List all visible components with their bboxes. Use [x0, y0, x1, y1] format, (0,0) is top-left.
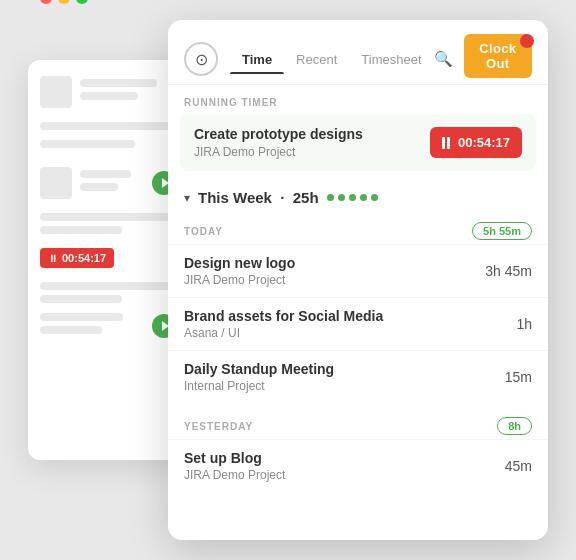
bg-row-4	[40, 213, 176, 234]
bg-line	[80, 170, 131, 178]
bg-placeholder-2	[40, 167, 72, 199]
app-logo: ⊙	[184, 42, 218, 76]
entry-project-1: JIRA Demo Project	[184, 273, 295, 287]
bg-row-1	[40, 76, 176, 108]
entry-duration-1: 3h 45m	[485, 263, 532, 279]
bg-timer-badge: 00:54:17	[40, 248, 114, 268]
tab-recent[interactable]: Recent	[284, 46, 349, 73]
entry-duration-3: 15m	[505, 369, 532, 385]
yesterday-header: YESTERDAY 8h	[168, 409, 548, 439]
week-dot-3	[349, 194, 356, 201]
yesterday-total-badge: 8h	[497, 417, 532, 435]
bg-lines-2	[80, 170, 144, 196]
entry-info-2: Brand assets for Social Media Asana / UI	[184, 308, 383, 340]
bg-line	[80, 79, 157, 87]
chevron-down-icon[interactable]: ▾	[184, 191, 190, 205]
time-entry-3: Daily Standup Meeting Internal Project 1…	[168, 350, 548, 403]
entry-duration-4: 45m	[505, 458, 532, 474]
week-dots	[327, 194, 378, 201]
bg-line	[80, 183, 118, 191]
chrome-close[interactable]	[40, 0, 52, 4]
entry-duration-2: 1h	[516, 316, 532, 332]
entry-name-2: Brand assets for Social Media	[184, 308, 383, 324]
running-timer-card: Create prototype designs JIRA Demo Proje…	[180, 114, 536, 171]
entry-project-4: JIRA Demo Project	[184, 468, 285, 482]
entry-info-4: Set up Blog JIRA Demo Project	[184, 450, 285, 482]
nav-bar: ⊙ Time Recent Timesheet 🔍 Clock Out	[168, 20, 548, 85]
entry-project-3: Internal Project	[184, 379, 334, 393]
bg-line	[40, 226, 122, 234]
today-header: TODAY 5h 55m	[168, 214, 548, 244]
bg-line	[40, 313, 123, 321]
running-timer-info: Create prototype designs JIRA Demo Proje…	[194, 126, 363, 159]
bg-line	[40, 140, 135, 148]
recording-indicator	[520, 34, 534, 48]
week-title: This Week · 25h	[198, 189, 319, 206]
chrome-maximize[interactable]	[76, 0, 88, 4]
main-content: RUNNING TIMER Create prototype designs J…	[168, 85, 548, 540]
main-panel: ⊙ Time Recent Timesheet 🔍 Clock Out RUNN…	[168, 20, 548, 540]
entry-name-4: Set up Blog	[184, 450, 285, 466]
week-dot-2	[338, 194, 345, 201]
bg-line	[80, 92, 138, 100]
entry-name-3: Daily Standup Meeting	[184, 361, 334, 377]
tab-timesheet[interactable]: Timesheet	[349, 46, 433, 73]
bg-timer-row: 00:54:17	[40, 248, 176, 268]
background-panel: 00:54:17	[28, 60, 188, 460]
bg-line	[40, 122, 176, 130]
nav-tabs: Time Recent Timesheet	[230, 46, 434, 73]
today-label: TODAY	[184, 226, 223, 237]
bg-row-2	[40, 122, 176, 153]
pause-bar-1	[442, 137, 445, 149]
entry-project-2: Asana / UI	[184, 326, 383, 340]
tab-time[interactable]: Time	[230, 46, 284, 73]
timer-badge[interactable]: 00:54:17	[430, 127, 522, 158]
bg-row-3	[40, 167, 176, 199]
time-entry-1: Design new logo JIRA Demo Project 3h 45m	[168, 244, 548, 297]
bg-line	[40, 282, 176, 290]
pause-icon	[442, 137, 452, 149]
yesterday-label: YESTERDAY	[184, 421, 253, 432]
tab-recent-label: Recent	[296, 52, 337, 67]
week-header: ▾ This Week · 25h	[168, 181, 548, 214]
bg-lines-3	[40, 313, 144, 339]
pause-bar-2	[447, 137, 450, 149]
week-dot-5	[371, 194, 378, 201]
bg-lines-1	[80, 79, 176, 105]
time-entry-4: Set up Blog JIRA Demo Project 45m	[168, 439, 548, 492]
bg-row-5	[40, 282, 176, 303]
window-title-bar	[28, 0, 100, 4]
timer-display: 00:54:17	[458, 135, 510, 150]
entry-info-1: Design new logo JIRA Demo Project	[184, 255, 295, 287]
bg-row-6	[40, 313, 176, 339]
running-timer-label: RUNNING TIMER	[168, 85, 548, 114]
bg-line	[40, 326, 102, 334]
week-dot-1	[327, 194, 334, 201]
bg-timer-value: 00:54:17	[62, 252, 106, 264]
entry-name-1: Design new logo	[184, 255, 295, 271]
running-project-name: JIRA Demo Project	[194, 145, 363, 159]
running-task-name: Create prototype designs	[194, 126, 363, 142]
logo-icon: ⊙	[195, 50, 208, 69]
bg-line	[40, 213, 176, 221]
chrome-minimize[interactable]	[58, 0, 70, 4]
today-total-badge: 5h 55m	[472, 222, 532, 240]
bg-placeholder-1	[40, 76, 72, 108]
bg-line	[40, 295, 122, 303]
week-dot-4	[360, 194, 367, 201]
tab-time-label: Time	[242, 52, 272, 67]
tab-timesheet-label: Timesheet	[361, 52, 421, 67]
time-entry-2: Brand assets for Social Media Asana / UI…	[168, 297, 548, 350]
search-icon[interactable]: 🔍	[434, 50, 452, 68]
entry-info-3: Daily Standup Meeting Internal Project	[184, 361, 334, 393]
